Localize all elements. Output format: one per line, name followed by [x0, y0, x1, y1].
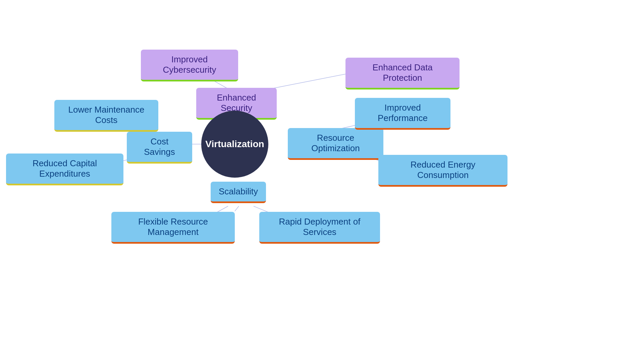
flexible-resource-management-label: Flexible Resource Management	[138, 217, 208, 237]
enhanced-data-protection-node: Enhanced Data Protection	[345, 58, 460, 89]
svg-line-2	[262, 72, 356, 90]
rapid-deployment-of-services-node: Rapid Deployment of Services	[259, 212, 380, 244]
lower-maintenance-costs-node: Lower Maintenance Costs	[54, 100, 158, 132]
resource-optimization-node: Resource Optimization	[288, 128, 383, 160]
center-label: Virtualization	[205, 139, 264, 149]
svg-line-9	[235, 206, 239, 211]
center-node: Virtualization	[201, 111, 268, 178]
improved-cybersecurity-node: Improved Cybersecurity	[141, 50, 238, 81]
improved-cybersecurity-label: Improved Cybersecurity	[163, 54, 216, 75]
flexible-resource-management-node: Flexible Resource Management	[111, 212, 235, 244]
scalability-node: Scalability	[211, 182, 266, 203]
improved-performance-label: Improved Performance	[378, 103, 428, 123]
cost-savings-node: Cost Savings	[127, 132, 192, 164]
improved-performance-node: Improved Performance	[355, 98, 450, 130]
reduced-energy-consumption-node: Reduced Energy Consumption	[378, 155, 507, 187]
rapid-deployment-of-services-label: Rapid Deployment of Services	[279, 217, 361, 237]
cost-savings-label: Cost Savings	[144, 136, 175, 157]
reduced-capital-expenditures-node: Reduced Capital Expenditures	[6, 154, 123, 185]
resource-optimization-label: Resource Optimization	[311, 133, 360, 153]
lower-maintenance-costs-label: Lower Maintenance Costs	[68, 105, 145, 125]
scalability-label: Scalability	[219, 186, 258, 196]
reduced-energy-consumption-label: Reduced Energy Consumption	[411, 160, 476, 180]
enhanced-security-label: Enhanced Security	[217, 93, 256, 113]
reduced-capital-expenditures-label: Reduced Capital Expenditures	[33, 158, 97, 179]
enhanced-data-protection-label: Enhanced Data Protection	[372, 62, 432, 83]
